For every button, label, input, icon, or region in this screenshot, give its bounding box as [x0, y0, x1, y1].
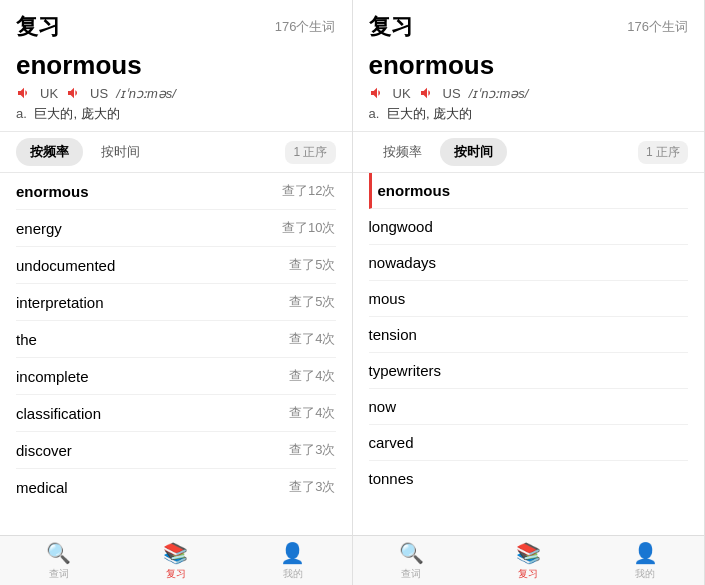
right-word-count: 176个生词	[627, 18, 688, 36]
left-def-pos: a.	[16, 106, 27, 121]
right-panel: 复习 176个生词 enormous UK US /ɪˈnɔːməs/ a. 巨…	[353, 0, 706, 585]
word-count-label: 查了3次	[289, 441, 335, 459]
table-row[interactable]: classification查了4次	[16, 395, 336, 432]
table-row[interactable]: discover查了3次	[16, 432, 336, 469]
right-tab-search-label: 查词	[401, 567, 421, 581]
list-item[interactable]: now	[369, 389, 689, 425]
right-tab-review-icon: 📚	[516, 541, 541, 565]
left-word-count: 176个生词	[275, 18, 336, 36]
right-phonetics: UK US /ɪˈnɔːməs/	[369, 85, 689, 101]
word-name: medical	[16, 479, 68, 496]
right-main-word: enormous	[369, 50, 689, 81]
word-name: interpretation	[16, 294, 104, 311]
list-item[interactable]: tension	[369, 317, 689, 353]
right-header: 复习 176个生词 enormous UK US /ɪˈnɔːməs/ a. 巨…	[353, 0, 705, 132]
word-name: discover	[16, 442, 72, 459]
left-tab-review[interactable]: 📚 复习	[117, 536, 234, 585]
left-tab-profile-label: 我的	[283, 567, 303, 581]
list-item[interactable]: longwood	[369, 209, 689, 245]
right-tab-bar: 🔍 查词 📚 复习 👤 我的	[353, 535, 705, 585]
right-us-speaker-icon[interactable]	[419, 85, 435, 101]
right-tab-search[interactable]: 🔍 查词	[353, 536, 470, 585]
right-tab-profile[interactable]: 👤 我的	[587, 536, 704, 585]
word-name: the	[16, 331, 37, 348]
left-order-badge: 1 正序	[285, 141, 335, 164]
right-title: 复习	[369, 12, 413, 42]
right-word-list: enormouslongwoodnowadaysmoustensiontypew…	[353, 173, 705, 535]
left-phonetics: UK US /ɪˈnɔːməs/	[16, 85, 336, 101]
left-header-top: 复习 176个生词	[16, 12, 336, 42]
right-freq-button[interactable]: 按频率	[369, 138, 436, 166]
right-def-pos: a.	[369, 106, 380, 121]
left-filter-bar: 按频率 按时间 1 正序	[0, 132, 352, 173]
right-order-badge: 1 正序	[638, 141, 688, 164]
right-uk-label: UK	[393, 86, 411, 101]
left-tab-profile[interactable]: 👤 我的	[234, 536, 351, 585]
right-def-text: 巨大的, 庞大的	[387, 106, 472, 121]
word-count-label: 查了4次	[289, 367, 335, 385]
left-definition: a. 巨大的, 庞大的	[16, 105, 336, 123]
list-item[interactable]: mous	[369, 281, 689, 317]
word-count-label: 查了4次	[289, 330, 335, 348]
right-tab-profile-icon: 👤	[633, 541, 658, 565]
left-tab-search-label: 查词	[49, 567, 69, 581]
word-count-label: 查了5次	[289, 293, 335, 311]
word-name: classification	[16, 405, 101, 422]
right-filter-bar: 按频率 按时间 1 正序	[353, 132, 705, 173]
left-uk-speaker-icon[interactable]	[16, 85, 32, 101]
right-header-top: 复习 176个生词	[369, 12, 689, 42]
left-time-button[interactable]: 按时间	[87, 138, 154, 166]
left-header: 复习 176个生词 enormous UK US /ɪˈnɔːməs/ a. 巨…	[0, 0, 352, 132]
left-us-speaker-icon[interactable]	[66, 85, 82, 101]
left-uk-label: UK	[40, 86, 58, 101]
table-row[interactable]: energy查了10次	[16, 210, 336, 247]
right-tab-review[interactable]: 📚 复习	[470, 536, 587, 585]
word-count-label: 查了10次	[282, 219, 335, 237]
word-count-label: 查了12次	[282, 182, 335, 200]
word-count-label: 查了4次	[289, 404, 335, 422]
left-us-label: US	[90, 86, 108, 101]
table-row[interactable]: interpretation查了5次	[16, 284, 336, 321]
right-time-button[interactable]: 按时间	[440, 138, 507, 166]
left-tab-profile-icon: 👤	[280, 541, 305, 565]
word-name: undocumented	[16, 257, 115, 274]
list-item[interactable]: enormous	[369, 173, 689, 209]
list-item[interactable]: tonnes	[369, 461, 689, 496]
left-panel: 复习 176个生词 enormous UK US /ɪˈnɔːməs/ a. 巨…	[0, 0, 353, 585]
right-definition: a. 巨大的, 庞大的	[369, 105, 689, 123]
left-main-word: enormous	[16, 50, 336, 81]
right-tab-review-label: 复习	[518, 567, 538, 581]
list-item[interactable]: typewriters	[369, 353, 689, 389]
right-us-label: US	[443, 86, 461, 101]
left-freq-button[interactable]: 按频率	[16, 138, 83, 166]
table-row[interactable]: undocumented查了5次	[16, 247, 336, 284]
table-row[interactable]: incomplete查了4次	[16, 358, 336, 395]
word-name: energy	[16, 220, 62, 237]
word-count-label: 查了5次	[289, 256, 335, 274]
list-item[interactable]: carved	[369, 425, 689, 461]
right-phonetic-text: /ɪˈnɔːməs/	[469, 86, 529, 101]
right-tab-search-icon: 🔍	[399, 541, 424, 565]
left-tab-review-icon: 📚	[163, 541, 188, 565]
table-row[interactable]: enormous查了12次	[16, 173, 336, 210]
list-item[interactable]: nowadays	[369, 245, 689, 281]
word-count-label: 查了3次	[289, 478, 335, 496]
left-tab-bar: 🔍 查词 📚 复习 👤 我的	[0, 535, 352, 585]
right-tab-profile-label: 我的	[635, 567, 655, 581]
left-tab-review-label: 复习	[166, 567, 186, 581]
right-uk-speaker-icon[interactable]	[369, 85, 385, 101]
left-word-list: enormous查了12次energy查了10次undocumented查了5次…	[0, 173, 352, 535]
left-title: 复习	[16, 12, 60, 42]
left-tab-search[interactable]: 🔍 查词	[0, 536, 117, 585]
table-row[interactable]: medical查了3次	[16, 469, 336, 505]
left-phonetic-text: /ɪˈnɔːməs/	[116, 86, 176, 101]
left-def-text: 巨大的, 庞大的	[34, 106, 119, 121]
word-name: incomplete	[16, 368, 89, 385]
left-tab-search-icon: 🔍	[46, 541, 71, 565]
table-row[interactable]: the查了4次	[16, 321, 336, 358]
word-name: enormous	[16, 183, 89, 200]
